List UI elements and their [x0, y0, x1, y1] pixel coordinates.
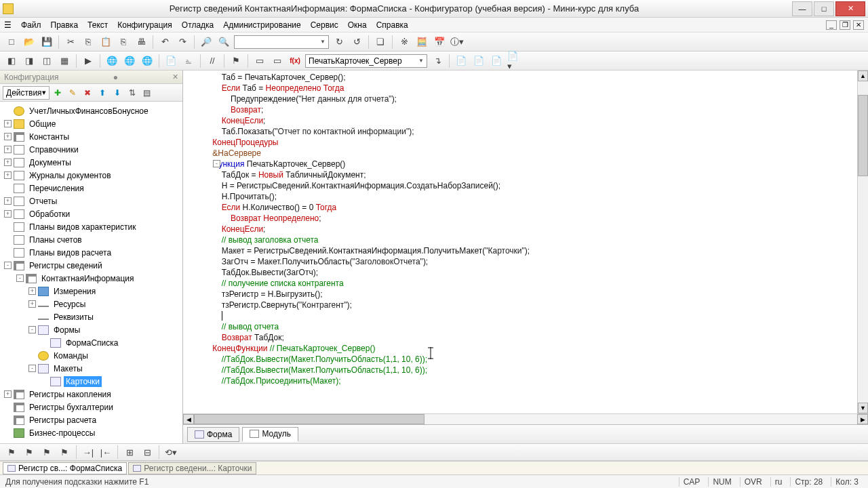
windows-icon[interactable]: ❏	[373, 35, 388, 49]
menu-edit[interactable]: Правка	[51, 20, 79, 30]
tb2-icon-15[interactable]: 📄	[471, 54, 486, 68]
mdi-restore-button[interactable]: ❐	[840, 20, 850, 30]
maximize-button[interactable]: □	[814, 1, 834, 16]
horizontal-scrollbar[interactable]: ◀▶	[183, 413, 868, 424]
tb2-icon-1[interactable]: ◧	[4, 54, 19, 68]
tb2-icon-6[interactable]: 🌐	[122, 54, 137, 68]
tree-node[interactable]: +Измерения	[1, 285, 181, 298]
tb2-icon-13[interactable]: ↴	[430, 54, 445, 68]
tb2-icon-14[interactable]: 📄	[454, 54, 469, 68]
tree-node[interactable]: +Справочники	[1, 143, 181, 156]
config-tree[interactable]: УчетЛичныхФинансовБонусное+Общие+Констан…	[0, 102, 182, 443]
calc-icon[interactable]: 🧮	[414, 35, 429, 49]
bm-icon-3[interactable]: ⚑	[39, 445, 54, 460]
save-icon[interactable]: 💾	[39, 35, 54, 49]
copy-icon[interactable]: ⎘	[81, 35, 96, 49]
outdent-icon[interactable]: |←	[98, 445, 113, 460]
tree-node[interactable]: +Регистры накопления	[1, 388, 181, 401]
menu-windows[interactable]: Окна	[348, 20, 367, 30]
cut-icon[interactable]: ✂	[63, 35, 78, 49]
tree-node[interactable]: Регистры расчета	[1, 413, 181, 426]
tb2-icon-17[interactable]: 📄▾	[507, 54, 521, 68]
procedure-combo[interactable]: ПечатьКарточек_Сервер▼	[305, 54, 427, 68]
tree-node[interactable]: Карточки	[1, 375, 181, 388]
print-icon[interactable]: 🖶	[134, 35, 149, 49]
tree-node[interactable]: +Обработки	[1, 207, 181, 220]
minimize-button[interactable]: —	[792, 1, 812, 16]
tb2-icon-10[interactable]: ⚑	[229, 54, 243, 68]
tree-node[interactable]: Реквизиты	[1, 310, 181, 323]
tree-node[interactable]: Планы счетов	[1, 233, 181, 246]
doc-tab-1[interactable]: Регистр св...: ФормаСписка	[3, 462, 127, 474]
up-icon[interactable]: ⬆	[96, 86, 109, 100]
tb2-icon-2[interactable]: ◨	[22, 54, 37, 68]
tb2-icon-7[interactable]: 🌐	[140, 54, 155, 68]
tree-node[interactable]: Регистры бухгалтерии	[1, 401, 181, 413]
refresh-icon[interactable]: ↻	[332, 35, 347, 49]
help-icon[interactable]: ⓘ▾	[450, 35, 465, 49]
down-icon[interactable]: ⬇	[111, 86, 124, 100]
mdi-minimize-button[interactable]: _	[826, 20, 837, 30]
tab-form[interactable]: Форма	[187, 427, 239, 442]
menu-admin[interactable]: Администрирование	[223, 20, 300, 30]
menu-text[interactable]: Текст	[87, 20, 108, 30]
tb2-icon-4[interactable]: ▦	[57, 54, 72, 68]
app-menu-icon[interactable]: ☰	[4, 20, 12, 30]
undo-icon[interactable]: ↶	[157, 35, 172, 49]
calendar-icon[interactable]: 📅	[432, 35, 447, 49]
menu-config[interactable]: Конфигурация	[117, 20, 172, 30]
tree-node[interactable]: +Отчеты	[1, 195, 181, 207]
tb2-icon-12[interactable]: ▭	[270, 54, 285, 68]
tree-node[interactable]: Бизнес-процессы	[1, 426, 181, 439]
fn-icon[interactable]: f(x)	[288, 54, 302, 68]
find-icon[interactable]: 🔎	[199, 35, 214, 49]
sort-icon[interactable]: ⇅	[125, 86, 139, 100]
tb2-icon-5[interactable]: 🌐	[104, 54, 119, 68]
tree-node[interactable]: Планы видов характеристик	[1, 220, 181, 233]
block-icon-1[interactable]: ⊞	[122, 445, 137, 460]
mdi-close-button[interactable]: ✕	[853, 20, 864, 30]
misc-icon[interactable]: ⟲▾	[163, 445, 178, 460]
open-icon[interactable]: 📂	[22, 35, 37, 49]
config-panel-close-icon[interactable]: ✕	[172, 73, 178, 81]
menu-file[interactable]: Файл	[21, 20, 41, 30]
props-icon[interactable]: ▤	[140, 86, 154, 100]
edit-icon[interactable]: ✎	[66, 86, 79, 100]
run-icon[interactable]: ▶	[81, 54, 96, 68]
delete-icon[interactable]: ✖	[81, 86, 94, 100]
block-icon-2[interactable]: ⊟	[140, 445, 155, 460]
tree-node[interactable]: -КонтактнаяИнформация	[1, 272, 181, 285]
indent-icon[interactable]: →|	[81, 445, 96, 460]
tree-node[interactable]: +Документы	[1, 156, 181, 169]
paste-icon[interactable]: 📋	[98, 35, 113, 49]
copy2-icon[interactable]: ⎘	[116, 35, 131, 49]
tree-node[interactable]: +Журналы документов	[1, 169, 181, 182]
tree-node[interactable]: Команды	[1, 349, 181, 362]
bm-icon-2[interactable]: ⚑	[22, 445, 37, 460]
bm-icon-1[interactable]: ⚑	[4, 445, 19, 460]
doc-tab-2[interactable]: Регистр сведени...: Карточки	[128, 462, 256, 474]
tree-node[interactable]: ФормаСписка	[1, 336, 181, 349]
syntax-icon[interactable]: ※	[397, 35, 412, 49]
actions-dropdown[interactable]: Действия ▾	[3, 86, 50, 100]
refresh2-icon[interactable]: ↺	[349, 35, 364, 49]
close-button[interactable]: ✕	[835, 1, 865, 16]
redo-icon[interactable]: ↷	[175, 35, 190, 49]
tb2-icon-3[interactable]: ◫	[39, 54, 54, 68]
menu-service[interactable]: Сервис	[311, 20, 338, 30]
vertical-scrollbar[interactable]: ▲ ▼	[857, 70, 868, 413]
comment-icon[interactable]: //	[205, 54, 220, 68]
tb2-icon-8[interactable]: 📄	[163, 54, 178, 68]
tree-node[interactable]: Перечисления	[1, 182, 181, 195]
tree-node[interactable]: УчетЛичныхФинансовБонусное	[1, 104, 181, 117]
tb2-icon-9[interactable]: ⎁	[181, 54, 196, 68]
menu-help[interactable]: Справка	[376, 20, 408, 30]
tree-node[interactable]: Планы видов расчета	[1, 246, 181, 259]
new-icon[interactable]: □	[4, 35, 19, 49]
tree-node[interactable]: +Общие	[1, 117, 181, 130]
tree-node[interactable]: -Формы	[1, 323, 181, 336]
tb2-icon-16[interactable]: 📄	[489, 54, 504, 68]
search-combo[interactable]: ▼	[234, 35, 329, 49]
find2-icon[interactable]: 🔍	[216, 35, 231, 49]
menu-debug[interactable]: Отладка	[182, 20, 214, 30]
